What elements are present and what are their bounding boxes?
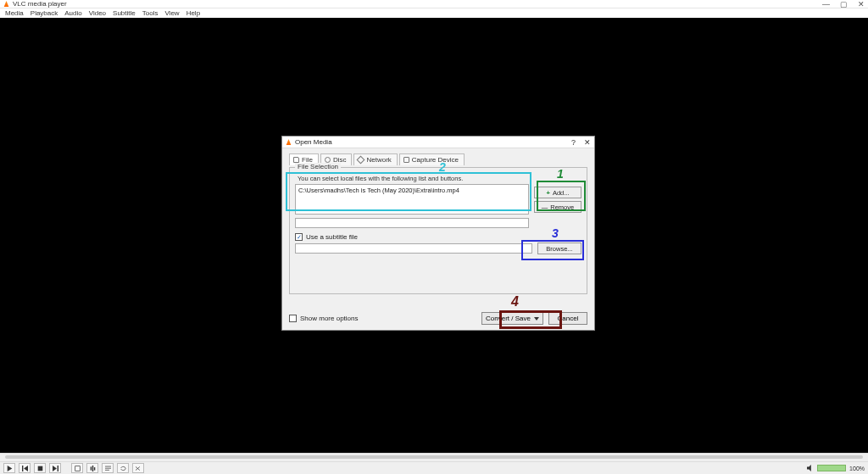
menu-playback[interactable]: Playback [31,9,58,17]
volume-label: 100% [849,466,865,471]
subtitle-checkbox[interactable]: ✓ [295,233,303,241]
file-selection-hint: You can select local files with the foll… [295,173,529,184]
file-list-item[interactable]: C:\Users\madhs\Tech is Tech (May 2020)\E… [298,187,526,194]
remove-button[interactable]: — Remove [534,201,581,213]
cancel-button[interactable]: Cancel [548,312,587,325]
loop-icon [120,466,126,471]
svg-rect-11 [105,467,111,468]
file-list[interactable]: C:\Users\madhs\Tech is Tech (May 2020)\E… [295,184,529,215]
remove-button-label: Remove [550,204,574,211]
file-selection-group: File Selection You can select local file… [289,167,587,294]
svg-rect-3 [37,466,42,471]
svg-rect-1 [22,466,23,471]
file-extra-input[interactable] [295,218,529,228]
svg-rect-8 [92,466,92,471]
add-button[interactable]: + Add... [534,187,581,198]
plus-icon: + [547,189,550,197]
annotation-number-4: 4 [511,294,519,309]
minus-icon: — [542,204,548,211]
add-button-label: Add... [553,189,570,197]
loop-button[interactable] [117,463,129,473]
menu-media[interactable]: Media [5,9,24,17]
menu-subtitle[interactable]: Subtitle [113,9,136,17]
menu-view[interactable]: View [164,9,179,17]
shuffle-icon [136,466,142,471]
skip-next-icon [53,466,58,471]
stop-icon [37,466,43,471]
equalizer-icon [90,466,96,471]
fullscreen-icon [75,466,81,471]
open-media-dialog: Open Media ? ✕ File Disc Network Capture… [281,136,595,331]
capture-icon [403,157,409,163]
dialog-close-button[interactable]: ✕ [584,138,591,147]
vlc-cone-icon [3,1,9,7]
fullscreen-button[interactable] [71,463,83,473]
svg-marker-0 [7,466,12,471]
prev-button[interactable] [19,463,31,473]
next-button[interactable] [49,463,61,473]
playlist-button[interactable] [102,463,114,473]
tab-network-label: Network [366,156,391,164]
play-button[interactable] [3,463,15,473]
convert-save-button[interactable]: Convert / Save [481,312,543,325]
tab-capture[interactable]: Capture Device [399,153,465,165]
svg-marker-2 [24,466,28,471]
convert-save-label: Convert / Save [486,315,531,322]
menu-tools[interactable]: Tools [142,9,159,17]
window-close-button[interactable]: ✕ [858,0,865,8]
network-icon [357,156,365,165]
subtitle-path-input[interactable] [295,243,532,254]
show-more-label: Show more options [300,315,358,322]
window-maximize-button[interactable]: ▢ [840,0,848,8]
main-titlebar: VLC media player — ▢ ✕ [0,0,868,8]
extended-settings-button[interactable] [86,463,98,473]
svg-rect-6 [75,466,80,471]
playlist-icon [105,466,111,471]
dialog-title: Open Media [295,138,332,146]
tab-capture-label: Capture Device [412,156,459,164]
cancel-label: Cancel [558,315,579,322]
main-menubar: Media Playback Audio Video Subtitle Tool… [0,8,868,18]
tab-network[interactable]: Network [353,153,397,165]
svg-rect-5 [57,466,58,471]
svg-rect-10 [105,466,111,466]
seek-bar[interactable] [0,453,868,461]
seek-track[interactable] [5,455,863,459]
chevron-down-icon [534,317,539,321]
dialog-titlebar: Open Media ? ✕ [282,137,594,148]
file-icon [293,157,299,163]
play-icon [7,466,13,471]
window-minimize-button[interactable]: — [822,0,830,8]
file-selection-legend: File Selection [295,163,341,170]
control-bar: 100% [0,461,868,474]
svg-rect-7 [90,466,91,470]
menu-help[interactable]: Help [186,9,200,17]
volume-slider[interactable] [817,465,846,471]
svg-rect-12 [105,469,109,470]
browse-button-label: Browse... [546,245,572,253]
menu-video[interactable]: Video [89,9,106,17]
svg-rect-9 [93,467,94,471]
menu-audio[interactable]: Audio [64,9,81,17]
browse-button[interactable]: Browse... [537,243,581,254]
svg-marker-13 [807,465,811,471]
vlc-cone-icon [286,139,292,145]
dialog-help-button[interactable]: ? [571,138,576,147]
window-title: VLC media player [13,0,67,8]
skip-previous-icon [22,466,28,471]
shuffle-button[interactable] [132,463,144,473]
svg-marker-4 [53,466,57,471]
subtitle-checkbox-label: Use a subtitle file [306,233,358,241]
show-more-checkbox[interactable]: ✓ [289,315,297,322]
stop-button[interactable] [34,463,46,473]
disc-icon [325,157,331,163]
speaker-icon [807,465,814,471]
